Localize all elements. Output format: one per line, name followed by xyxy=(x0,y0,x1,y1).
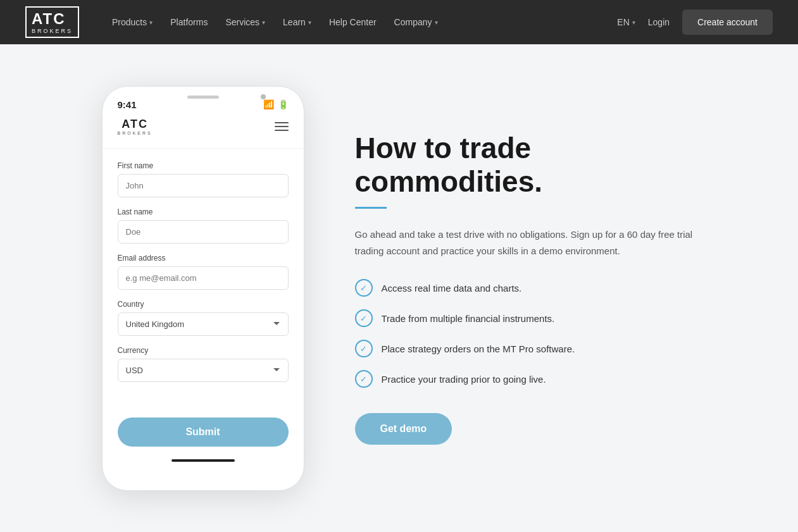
nav-links: Products ▾ Platforms Services ▾ Learn ▾ … xyxy=(104,12,617,32)
create-account-button[interactable]: Create account xyxy=(682,9,773,35)
country-label: Country xyxy=(118,300,289,309)
phone-camera xyxy=(261,94,266,99)
nav-products[interactable]: Products ▾ xyxy=(104,12,160,32)
country-select[interactable]: United Kingdom xyxy=(118,312,289,336)
check-icon: ✓ xyxy=(355,370,373,388)
page-description: Go ahead and take a test drive with no o… xyxy=(355,226,697,259)
get-demo-button[interactable]: Get demo xyxy=(355,413,452,445)
first-name-label: First name xyxy=(118,161,289,170)
nav-help-center[interactable]: Help Center xyxy=(321,12,384,32)
right-content: How to trade commodities. Go ahead and t… xyxy=(355,132,697,445)
phone-time: 9:41 xyxy=(118,99,137,110)
logo-brokers: BROKERS xyxy=(32,28,73,34)
phone-mockup: 9:41 📶 🔋 ATC BROKERS First name xyxy=(102,86,304,491)
wifi-icon: 📶 xyxy=(263,99,274,109)
nav-services[interactable]: Services ▾ xyxy=(218,12,273,32)
phone-status-icons: 📶 🔋 xyxy=(263,99,289,109)
currency-select[interactable]: USD xyxy=(118,359,289,382)
submit-button[interactable]: Submit xyxy=(118,418,289,447)
check-icon: ✓ xyxy=(355,340,373,357)
check-icon: ✓ xyxy=(355,309,373,327)
feature-text: Access real time data and charts. xyxy=(382,283,522,294)
list-item: ✓ Place strategy orders on the MT Pro so… xyxy=(355,340,697,357)
page-title: How to trade commodities. xyxy=(355,132,697,199)
chevron-down-icon: ▾ xyxy=(435,19,438,26)
last-name-group: Last name xyxy=(118,207,289,244)
list-item: ✓ Trade from multiple financial instrume… xyxy=(355,309,697,327)
phone-form: First name Last name Email address Count… xyxy=(103,161,304,447)
phone-speaker xyxy=(187,96,219,99)
chevron-down-icon: ▾ xyxy=(262,19,265,26)
main-content: 9:41 📶 🔋 ATC BROKERS First name xyxy=(0,44,798,532)
title-underline xyxy=(355,207,387,209)
logo-atc: ATC xyxy=(32,10,66,27)
logo[interactable]: ATC BROKERS xyxy=(25,6,79,38)
first-name-input[interactable] xyxy=(118,174,289,197)
feature-text: Place strategy orders on the MT Pro soft… xyxy=(382,343,575,354)
email-input[interactable] xyxy=(118,266,289,290)
phone-notch: 9:41 📶 🔋 xyxy=(103,99,304,118)
email-label: Email address xyxy=(118,254,289,263)
email-group: Email address xyxy=(118,254,289,290)
phone-header: ATC BROKERS xyxy=(103,118,304,149)
last-name-input[interactable] xyxy=(118,220,289,244)
chevron-down-icon: ▾ xyxy=(632,19,635,26)
phone-logo-brokers: BROKERS xyxy=(118,131,153,135)
currency-label: Currency xyxy=(118,346,289,355)
list-item: ✓ Access real time data and charts. xyxy=(355,279,697,297)
home-indicator xyxy=(171,459,235,462)
country-group: Country United Kingdom xyxy=(118,300,289,336)
login-button[interactable]: Login xyxy=(648,17,670,27)
navbar: ATC BROKERS Products ▾ Platforms Service… xyxy=(0,0,798,44)
battery-icon: 🔋 xyxy=(278,99,289,109)
check-icon: ✓ xyxy=(355,279,373,297)
language-selector[interactable]: EN ▾ xyxy=(617,17,635,27)
phone-logo-atc: ATC xyxy=(122,118,148,131)
nav-company[interactable]: Company ▾ xyxy=(387,12,446,32)
first-name-group: First name xyxy=(118,161,289,197)
last-name-label: Last name xyxy=(118,207,289,216)
list-item: ✓ Practice your trading prior to going l… xyxy=(355,370,697,388)
chevron-down-icon: ▾ xyxy=(308,19,311,26)
nav-platforms[interactable]: Platforms xyxy=(163,12,215,32)
feature-text: Trade from multiple financial instrument… xyxy=(382,313,555,324)
phone-logo: ATC BROKERS xyxy=(118,118,153,135)
nav-right: EN ▾ Login Create account xyxy=(617,9,773,35)
feature-list: ✓ Access real time data and charts. ✓ Tr… xyxy=(355,279,697,388)
currency-group: Currency USD xyxy=(118,346,289,382)
chevron-down-icon: ▾ xyxy=(149,19,153,26)
feature-text: Practice your trading prior to going liv… xyxy=(382,374,546,385)
hamburger-menu[interactable] xyxy=(275,122,289,131)
nav-learn[interactable]: Learn ▾ xyxy=(275,12,319,32)
